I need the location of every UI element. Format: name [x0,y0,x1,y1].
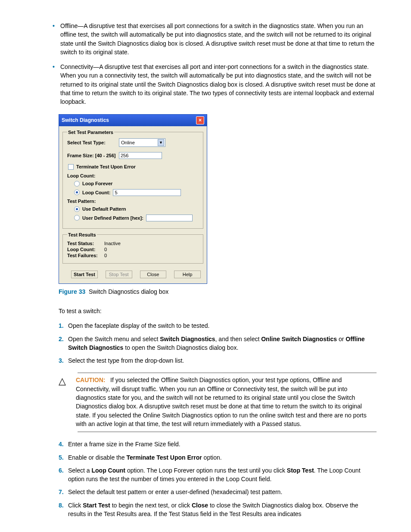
user-pattern-input[interactable] [146,215,193,221]
caution-text: CAUTION: If you selected the Offline Swi… [76,376,377,428]
close-button[interactable]: Close [140,271,167,278]
figure-number: Figure 33 [59,288,85,295]
test-results-legend: Test Results [67,232,97,237]
step-5: 5.Enable or disable the Terminate Test U… [68,453,377,462]
user-defined-pattern-radio[interactable] [74,215,80,221]
test-failures-label: Test Failures: [67,253,102,258]
frame-size-input[interactable] [119,152,162,159]
help-button[interactable]: Help [174,271,201,278]
step-7: 7.Select the default test pattern or ent… [68,488,377,496]
set-test-parameters-fieldset: Set Test Parameters Select Test Type: On… [62,130,203,229]
switch-diagnostics-dialog: Switch Diagnostics × Set Test Parameters… [59,114,207,284]
step-1: 1.Open the faceplate display of the swit… [68,321,377,330]
bullet-connectivity: Connectivity—A disruptive test that exer… [60,62,377,106]
user-defined-label: User Defined Pattern [hex]: [82,215,143,221]
caution-label: CAUTION: [76,376,105,383]
button-row: Start Test Stop Test Close Help [59,267,207,283]
terminate-checkbox[interactable] [68,164,74,170]
test-status-value: Inactive [104,241,121,246]
use-default-pattern-radio[interactable] [74,206,80,212]
intro-para: To test a switch: [59,307,377,316]
frame-size-label: Frame Size: [40 - 256] [67,153,119,158]
bullet-offline: Offline—A disruptive test that exercises… [60,22,377,56]
test-type-value: Online [121,140,135,145]
divider [78,373,377,373]
loop-count-input[interactable] [113,189,181,196]
loop-count-res-value: 0 [104,247,107,252]
loop-count-label: Loop Count: [82,190,110,195]
step-2: 2.Open the Switch menu and select Switch… [68,335,377,352]
titlebar: Switch Diagnostics × [59,115,207,126]
test-results-fieldset: Test Results Test Status: Inactive Loop … [62,232,203,264]
step-3: 3.Select the test type from the drop-dow… [68,356,377,365]
loop-count-radio[interactable] [74,190,80,195]
dialog-title: Switch Diagnostics [62,117,109,123]
use-default-label: Use Default Pattern [82,206,126,212]
chevron-down-icon: ▼ [158,139,164,146]
step-8: 8.Click Start Test to begin the next tes… [68,501,377,519]
figure-caption: Figure 33 Switch Diagnostics dialog box [59,288,377,295]
step-4: 4.Enter a frame size in the Frame Size f… [68,440,377,448]
loop-count-res-label: Loop Count: [67,247,102,252]
step-6: 6.Select a Loop Count option. The Loop F… [68,466,377,484]
start-test-button[interactable]: Start Test [71,271,98,278]
figure-wrap: Switch Diagnostics × Set Test Parameters… [59,114,377,295]
loop-forever-radio[interactable] [74,181,80,187]
test-type-dropdown[interactable]: Online ▼ [119,138,165,147]
close-icon[interactable]: × [196,116,204,124]
test-failures-value: 0 [104,253,107,258]
terminate-label: Terminate Test Upon Error [76,164,136,169]
test-status-label: Test Status: [67,241,102,246]
stop-test-button[interactable]: Stop Test [106,271,132,278]
set-params-legend: Set Test Parameters [67,130,114,135]
steps-list-a: 1.Open the faceplate display of the swit… [34,321,377,365]
divider [78,432,377,432]
caution-icon: △ [59,376,76,386]
test-pattern-group-label: Test Pattern: [67,199,199,204]
intro-bullets: Offline—A disruptive test that exercises… [34,22,377,106]
loop-forever-label: Loop Forever [82,181,112,186]
select-test-type-label: Select Test Type: [67,140,119,145]
figure-caption-text: Switch Diagnostics dialog box [89,288,168,295]
caution-block: △ CAUTION: If you selected the Offline S… [59,373,377,432]
loop-count-group-label: Loop Count: [67,173,199,178]
steps-list-b: 4.Enter a frame size in the Frame Size f… [34,440,377,518]
